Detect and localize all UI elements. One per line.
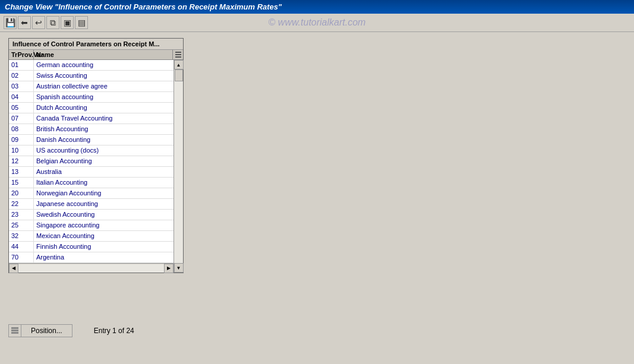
- svg-rect-2: [175, 56, 181, 58]
- scroll-track-v: [174, 69, 183, 263]
- cell-name: Singapore accounting: [34, 220, 174, 230]
- cell-name: Japanese accounting: [34, 199, 174, 209]
- cell-name: Austrian collective agree: [34, 81, 174, 91]
- cell-trprov: 12: [9, 156, 34, 166]
- table-row[interactable]: 25Singapore accounting: [9, 220, 174, 231]
- table-row[interactable]: 13Australia: [9, 167, 174, 178]
- table-row[interactable]: 44Finnish Accounting: [9, 242, 174, 252]
- table-row[interactable]: 08British Accounting: [9, 124, 174, 135]
- cell-trprov: 22: [9, 199, 34, 209]
- cell-name: Finnish Accounting: [34, 242, 174, 252]
- cell-trprov: 04: [9, 92, 34, 102]
- table-header: TrProv.Var Name: [9, 50, 183, 60]
- table-row[interactable]: 22Japanese accounting: [9, 199, 174, 210]
- scrollbar-vertical[interactable]: ▲ ▼: [174, 60, 183, 273]
- table-row[interactable]: 15Italian Accounting: [9, 178, 174, 188]
- cell-name: Argentina: [34, 252, 174, 262]
- table-row[interactable]: 23Swedish Accounting: [9, 210, 174, 220]
- bottom-bar: Position... Entry 1 of 24: [0, 321, 634, 341]
- cell-name: Australia: [34, 167, 174, 177]
- svg-rect-0: [175, 52, 181, 53]
- svg-rect-1: [175, 54, 181, 55]
- table-row[interactable]: 09Danish Accounting: [9, 135, 174, 145]
- table-row[interactable]: 70Argentina: [9, 252, 174, 263]
- cell-name: British Accounting: [34, 124, 174, 134]
- table-row[interactable]: 12Belgian Accounting: [9, 156, 174, 167]
- clipboard2-toolbar-btn[interactable]: ▤: [75, 16, 88, 29]
- cell-trprov: 02: [9, 71, 34, 81]
- cell-trprov: 13: [9, 167, 34, 177]
- cell-trprov: 10: [9, 145, 34, 156]
- table-row[interactable]: 10US accounting (docs): [9, 145, 174, 156]
- column-settings-icon[interactable]: [172, 50, 183, 59]
- cell-trprov: 23: [9, 210, 34, 220]
- back-toolbar-btn[interactable]: ⬅: [18, 16, 31, 29]
- table-row[interactable]: 04Spanish accounting: [9, 92, 174, 103]
- scrollbar-horizontal[interactable]: ◀ ▶: [9, 263, 174, 273]
- table-row[interactable]: 03Austrian collective agree: [9, 81, 174, 92]
- cell-name: Dutch Accounting: [34, 103, 174, 113]
- table-title: Influence of Control Parameters on Recei…: [9, 39, 183, 50]
- cell-trprov: 15: [9, 178, 34, 188]
- cell-name: Danish Accounting: [34, 135, 174, 145]
- cell-name: US accounting (docs): [34, 145, 174, 156]
- table-body: 01German accounting02Swiss Accounting03A…: [9, 60, 174, 263]
- cell-name: Italian Accounting: [34, 178, 174, 188]
- table-row[interactable]: 20Norwegian Accounting: [9, 188, 174, 199]
- scroll-content: 01German accounting02Swiss Accounting03A…: [9, 60, 174, 273]
- svg-rect-5: [11, 332, 18, 334]
- cell-name: Canada Travel Accounting: [34, 113, 174, 124]
- cell-trprov: 09: [9, 135, 34, 145]
- title-bar: Change View "Influence of Control Parame…: [0, 0, 634, 14]
- cell-name: German accounting: [34, 60, 174, 70]
- th-name: Name: [34, 50, 172, 59]
- scroll-up-btn[interactable]: ▲: [174, 60, 184, 69]
- main-area: Influence of Control Parameters on Recei…: [0, 32, 634, 353]
- cell-trprov: 32: [9, 231, 34, 241]
- cell-trprov: 25: [9, 220, 34, 230]
- cell-trprov: 05: [9, 103, 34, 113]
- entry-count: Entry 1 of 24: [94, 327, 134, 335]
- watermark: © www.tutorialkart.com: [269, 17, 366, 28]
- cell-trprov: 08: [9, 124, 34, 134]
- cell-name: Swedish Accounting: [34, 210, 174, 220]
- table-row[interactable]: 07Canada Travel Accounting: [9, 113, 174, 124]
- position-label: Position...: [21, 324, 72, 337]
- undo-toolbar-btn[interactable]: ↩: [32, 16, 45, 29]
- save-toolbar-btn[interactable]: 💾: [4, 16, 17, 29]
- cell-trprov: 70: [9, 252, 34, 262]
- toolbar: 💾 ⬅ ↩ ⧉ ▣ ▤ © www.tutorialkart.com: [0, 14, 634, 32]
- clipboard1-toolbar-btn[interactable]: ▣: [61, 16, 74, 29]
- cell-name: Swiss Accounting: [34, 71, 174, 81]
- cell-trprov: 07: [9, 113, 34, 124]
- table-row[interactable]: 02Swiss Accounting: [9, 71, 174, 81]
- th-trprov: TrProv.Var: [9, 50, 34, 59]
- svg-rect-3: [11, 327, 18, 329]
- cell-name: Mexican Accounting: [34, 231, 174, 241]
- cell-name: Belgian Accounting: [34, 156, 174, 166]
- title-text: Change View "Influence of Control Parame…: [5, 2, 282, 11]
- scroll-track-h: [18, 264, 164, 273]
- table-row[interactable]: 05Dutch Accounting: [9, 103, 174, 113]
- scroll-right-btn[interactable]: ▶: [164, 264, 174, 273]
- scroll-left-btn[interactable]: ◀: [9, 264, 18, 273]
- position-icon: [8, 324, 21, 337]
- cell-trprov: 01: [9, 60, 34, 70]
- table-row[interactable]: 01German accounting: [9, 60, 174, 71]
- cell-name: Spanish accounting: [34, 92, 174, 102]
- copy-toolbar-btn[interactable]: ⧉: [46, 16, 59, 29]
- cell-trprov: 44: [9, 242, 34, 252]
- cell-trprov: 03: [9, 81, 34, 91]
- cell-trprov: 20: [9, 188, 34, 198]
- table-row[interactable]: 32Mexican Accounting: [9, 231, 174, 242]
- table-scroll-area: 01German accounting02Swiss Accounting03A…: [9, 60, 183, 273]
- scroll-thumb-v: [175, 69, 183, 81]
- table-panel: Influence of Control Parameters on Recei…: [8, 38, 184, 273]
- position-button[interactable]: Position...: [8, 324, 72, 337]
- cell-name: Norwegian Accounting: [34, 188, 174, 198]
- scroll-down-btn[interactable]: ▼: [174, 263, 184, 273]
- svg-rect-4: [11, 330, 18, 331]
